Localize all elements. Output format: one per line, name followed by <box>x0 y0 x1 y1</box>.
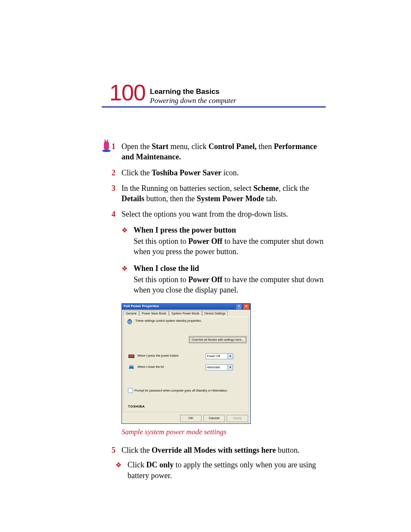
power-button-option-row: When I press the power button <box>128 353 189 358</box>
body-content: 1 Open the Start menu, click Control Pan… <box>102 141 326 481</box>
svg-rect-4 <box>107 140 108 142</box>
svg-rect-1 <box>104 141 109 150</box>
figure-caption: Sample system power mode settings <box>121 427 326 437</box>
close-lid-option-row: When I close the lid <box>128 364 189 370</box>
settings-icon <box>126 319 133 325</box>
svg-rect-8 <box>129 355 134 357</box>
diamond-bullet-icon: ❖ <box>121 263 134 296</box>
svg-rect-3 <box>105 140 106 142</box>
svg-rect-6 <box>129 319 131 320</box>
power-button-icon <box>128 353 135 358</box>
password-prompt-row: Prompt for password when computer goes o… <box>128 388 228 393</box>
panel-description: These settings control system standby pr… <box>135 319 202 323</box>
step-1: 1 Open the Start menu, click Control Pan… <box>102 141 326 162</box>
tab-general[interactable]: General <box>123 311 139 316</box>
dialog-figure: Full Power Properties ? × General Power … <box>121 303 250 424</box>
bullet-power-button: ❖ When I press the power button Set this… <box>121 225 326 257</box>
toshiba-brand: TOSHIBA <box>128 404 145 409</box>
close-button[interactable]: × <box>243 304 249 310</box>
dropdown-arrow-icon: ▼ <box>227 365 233 370</box>
diamond-bullet-icon: ❖ <box>121 225 134 257</box>
help-button[interactable]: ? <box>236 304 242 310</box>
step-4: 4 Select the options you want from the d… <box>102 209 326 219</box>
step-5: 5 Click the Override all Modes with sett… <box>102 445 326 455</box>
bullet-dc-only: ❖ Click DC only to apply the settings on… <box>102 460 326 481</box>
step-2: 2 Click the Toshiba Power Saver icon. <box>102 168 326 178</box>
page-header: 100 Learning the Basics Powering down th… <box>102 82 326 108</box>
chapter-title: Learning the Basics <box>150 87 237 97</box>
close-lid-dropdown[interactable]: Hibernate ▼ <box>206 364 233 370</box>
power-button-dropdown[interactable]: Power Off ▼ <box>206 353 233 359</box>
power-saver-margin-icon <box>100 140 113 152</box>
dropdown-arrow-icon: ▼ <box>227 354 233 359</box>
page-content: 100 Learning the Basics Powering down th… <box>102 82 326 485</box>
dialog-button-row: OK Cancel Apply <box>122 414 250 423</box>
tab-system-power-mode[interactable]: System Power Mode <box>169 311 202 316</box>
diamond-bullet-icon: ❖ <box>102 460 128 481</box>
override-all-modes-button[interactable]: Override all Modes with settings here... <box>190 337 246 342</box>
page-number: 100 <box>109 78 146 108</box>
dialog-panel: These settings control system standby pr… <box>123 317 249 412</box>
dialog-title: Full Power Properties <box>124 304 159 309</box>
dialog-tabs: General Power Save Mode System Power Mod… <box>122 310 250 316</box>
bullet-close-lid: ❖ When I close the lid Set this option t… <box>121 263 326 296</box>
sub-bullet-list: ❖ When I press the power button Set this… <box>121 225 326 296</box>
full-power-properties-dialog: Full Power Properties ? × General Power … <box>121 303 251 424</box>
apply-button[interactable]: Apply <box>227 415 248 422</box>
svg-rect-9 <box>129 365 134 367</box>
ok-button[interactable]: OK <box>180 415 202 422</box>
step-3: 3 In the Running on batteries section, s… <box>102 183 326 204</box>
tab-device-settings[interactable]: Device Settings <box>202 311 228 316</box>
password-prompt-label: Prompt for password when computer goes o… <box>134 389 228 392</box>
password-prompt-checkbox[interactable] <box>128 388 133 393</box>
laptop-lid-icon <box>128 364 135 370</box>
cancel-button[interactable]: Cancel <box>203 415 225 422</box>
header-rule <box>102 106 326 108</box>
tab-power-save-mode[interactable]: Power Save Mode <box>139 311 169 316</box>
section-title: Powering down the computer <box>150 96 237 106</box>
dialog-titlebar: Full Power Properties ? × <box>122 304 250 310</box>
